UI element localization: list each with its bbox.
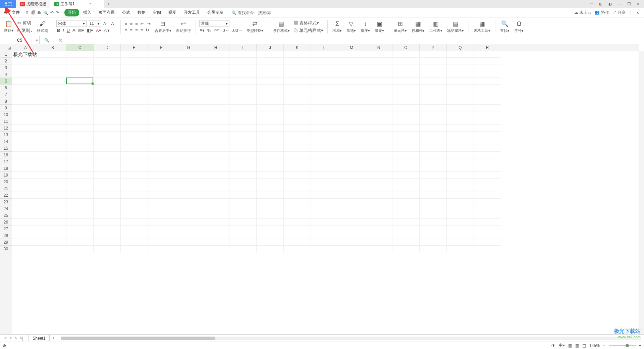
sheet-nav-prev-icon[interactable]: < (9, 336, 12, 341)
cell[interactable] (39, 105, 66, 111)
column-header[interactable]: L (311, 44, 338, 51)
cell[interactable] (148, 51, 175, 58)
cell[interactable] (148, 132, 175, 138)
tab-document[interactable]: S 工作簿1 • (50, 0, 104, 8)
cell[interactable] (175, 239, 202, 246)
cell[interactable] (284, 58, 311, 64)
fill-color-button[interactable]: ◧▾ (86, 28, 94, 33)
cell[interactable] (121, 98, 148, 105)
cell[interactable] (202, 78, 229, 85)
cell[interactable] (474, 165, 501, 172)
sum-button[interactable]: 求和▾ (332, 28, 342, 33)
cell[interactable] (12, 111, 39, 118)
cell[interactable] (202, 138, 229, 145)
cell[interactable] (284, 85, 311, 91)
cell[interactable] (474, 192, 501, 199)
cell[interactable] (392, 179, 420, 185)
cell[interactable] (229, 105, 257, 111)
share-button[interactable]: ↗ 分享 (612, 10, 626, 15)
cell[interactable] (392, 212, 420, 219)
column-header[interactable]: G (175, 44, 202, 51)
cell[interactable] (229, 125, 257, 132)
cell[interactable] (284, 105, 311, 111)
row-header[interactable]: 18 (0, 165, 12, 172)
cell[interactable] (148, 138, 175, 145)
row-header[interactable]: 11 (0, 118, 12, 125)
cell[interactable] (39, 138, 66, 145)
cell[interactable] (148, 111, 175, 118)
cell[interactable] (229, 172, 257, 179)
rows-cols-button[interactable]: 行和列▾ (412, 28, 425, 33)
worksheet-button[interactable]: 工作表▾ (429, 28, 442, 33)
row-header[interactable]: 7 (0, 91, 12, 98)
cell[interactable] (148, 85, 175, 91)
zoom-knob[interactable] (626, 344, 629, 347)
cell[interactable] (338, 138, 365, 145)
cell[interactable] (420, 172, 447, 179)
cell[interactable] (311, 145, 338, 152)
cell[interactable] (94, 85, 121, 91)
cell[interactable] (474, 232, 501, 239)
ime-icon[interactable]: 中▾ (559, 343, 565, 348)
cell[interactable] (365, 239, 392, 246)
cell[interactable] (311, 165, 338, 172)
cell[interactable] (338, 51, 365, 58)
cell[interactable] (175, 111, 202, 118)
cell[interactable] (257, 179, 284, 185)
cell[interactable] (121, 118, 148, 125)
underline-button[interactable]: U (66, 28, 70, 33)
cell[interactable] (338, 192, 365, 199)
font-size-combo[interactable]: 11▾ (88, 20, 101, 27)
cell[interactable] (66, 158, 94, 165)
cell[interactable] (420, 138, 447, 145)
cell[interactable] (420, 125, 447, 132)
cell[interactable] (420, 51, 447, 58)
cond-format-icon[interactable]: ▤ (278, 20, 284, 28)
cell[interactable] (66, 98, 94, 105)
cell[interactable] (420, 145, 447, 152)
cell[interactable] (229, 78, 257, 85)
more-icon[interactable]: ⋮ (629, 10, 633, 15)
cell[interactable] (392, 192, 420, 199)
cell[interactable] (392, 205, 420, 212)
cell[interactable] (284, 78, 311, 85)
cell[interactable] (311, 111, 338, 118)
cell[interactable] (311, 232, 338, 239)
cell[interactable] (12, 158, 39, 165)
cell[interactable] (12, 91, 39, 98)
cell[interactable] (392, 91, 420, 98)
cell[interactable] (66, 58, 94, 64)
cell[interactable] (175, 118, 202, 125)
hamburger-icon[interactable]: ☰ (2, 10, 8, 15)
cell[interactable] (447, 145, 474, 152)
cell[interactable] (365, 212, 392, 219)
cell[interactable] (229, 205, 257, 212)
cell[interactable] (148, 232, 175, 239)
cell[interactable] (66, 165, 94, 172)
cell[interactable] (447, 199, 474, 205)
cell[interactable] (338, 78, 365, 85)
cell[interactable] (338, 58, 365, 64)
cell[interactable] (39, 64, 66, 71)
column-header[interactable]: P (420, 44, 447, 51)
cell[interactable] (229, 85, 257, 91)
status-settings-icon[interactable]: ⊕ (3, 343, 6, 348)
cell[interactable] (229, 132, 257, 138)
cell[interactable] (392, 145, 420, 152)
cell[interactable] (202, 205, 229, 212)
fill-button[interactable]: 填充▾ (375, 28, 384, 33)
cell[interactable] (311, 199, 338, 205)
cell[interactable] (12, 172, 39, 179)
cell[interactable] (202, 212, 229, 219)
cell[interactable] (39, 199, 66, 205)
ribbon-tab-data[interactable]: 数据 (134, 9, 149, 16)
cell[interactable] (447, 185, 474, 192)
cell[interactable] (202, 179, 229, 185)
cell[interactable] (175, 71, 202, 78)
cell[interactable] (447, 172, 474, 179)
cell[interactable] (420, 85, 447, 91)
cell[interactable] (121, 232, 148, 239)
cell[interactable] (257, 78, 284, 85)
cell[interactable] (365, 152, 392, 158)
cell[interactable] (94, 78, 121, 85)
